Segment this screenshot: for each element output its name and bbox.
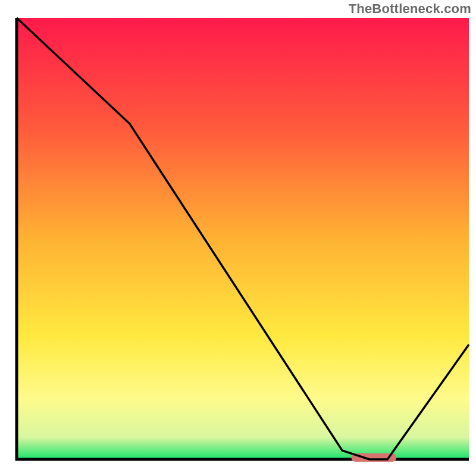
watermark-text: TheBottleneck.com	[349, 1, 471, 17]
chart-container: TheBottleneck.com	[0, 0, 476, 476]
bottleneck-chart	[0, 0, 476, 476]
plot-background	[17, 18, 469, 459]
